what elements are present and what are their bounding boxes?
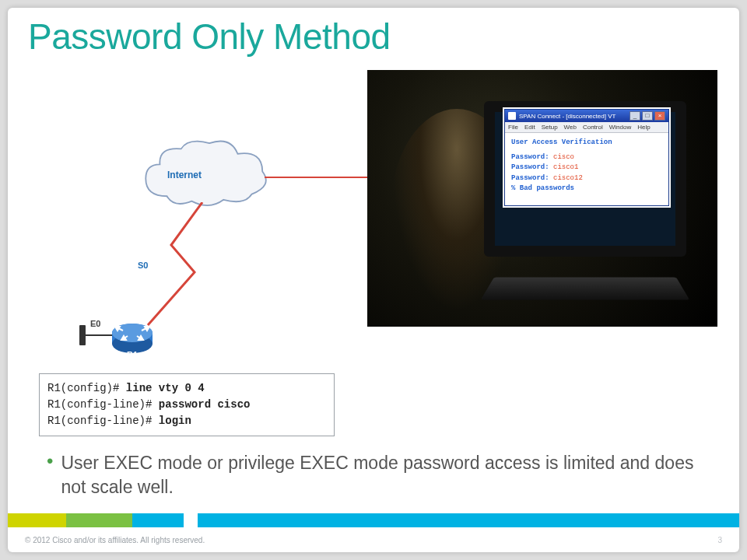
remote-link (265, 177, 381, 178)
slide: Password Only Method Internet S0 E0 (8, 8, 739, 552)
terminal-menubar: File Edit Setup Web Control Window Help (505, 122, 668, 133)
bullet-point: • User EXEC mode or privilege EXEC mode … (47, 451, 708, 499)
bullet-icon: • (47, 451, 53, 471)
app-icon (508, 112, 516, 120)
terminal-title: SPAN Connect - [disconnected] VT (519, 113, 630, 120)
minimize-button[interactable]: _ (630, 111, 640, 121)
menu-edit[interactable]: Edit (524, 124, 535, 131)
menu-setup[interactable]: Setup (542, 124, 558, 131)
router-label: R1 (127, 350, 138, 359)
terminal-output: User Access Verification Password: cisco… (505, 133, 668, 205)
terminal-window: SPAN Connect - [disconnected] VT _ □ × F… (504, 109, 669, 206)
serial-link (140, 202, 218, 327)
cli-line: R1(config-line)# password cisco (47, 397, 326, 413)
nic-icon (79, 325, 86, 345)
password-attempt: Password: cisco12 (511, 173, 662, 184)
ethernet-interface-label: E0 (90, 319, 100, 328)
ethernet-link (86, 334, 112, 336)
password-attempt: Password: cisco (511, 152, 662, 163)
bullet-text: User EXEC mode or privilege EXEC mode pa… (61, 451, 708, 499)
page-title: Password Only Method (28, 16, 391, 58)
close-button[interactable]: × (654, 111, 665, 121)
cloud-label: Internet (167, 170, 202, 180)
network-diagram: Internet S0 E0 R1 (86, 124, 342, 358)
password-attempt: Password: cisco1 (511, 163, 662, 173)
keyboard (481, 278, 689, 300)
verification-header: User Access Verification (511, 138, 662, 149)
menu-file[interactable]: File (508, 124, 518, 131)
cli-line: R1(config-line)# login (47, 413, 326, 429)
page-number: 3 (717, 536, 722, 544)
menu-web[interactable]: Web (564, 124, 577, 131)
menu-control[interactable]: Control (583, 124, 603, 131)
cli-config-box: R1(config)# line vty 0 4 R1(config-line)… (39, 373, 335, 436)
serial-interface-label: S0 (138, 261, 148, 270)
footer-color-bar (8, 513, 739, 527)
menu-help[interactable]: Help (637, 124, 650, 131)
maximize-button[interactable]: □ (642, 111, 653, 121)
error-message: % Bad passwords (511, 184, 662, 194)
terminal-titlebar: SPAN Connect - [disconnected] VT _ □ × (505, 110, 668, 122)
menu-window[interactable]: Window (609, 124, 631, 131)
copyright: © 2012 Cisco and/or its affiliates. All … (25, 536, 205, 544)
cli-line: R1(config)# line vty 0 4 (47, 380, 326, 397)
